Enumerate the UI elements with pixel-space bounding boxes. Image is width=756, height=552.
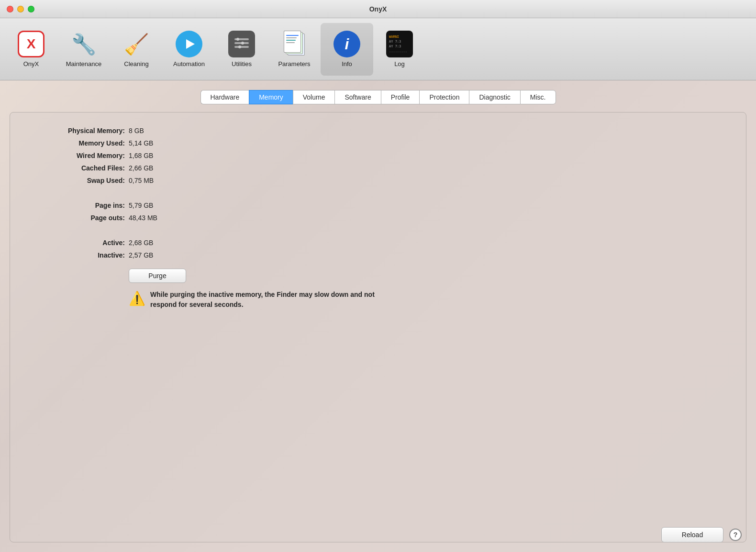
toolbar-item-maintenance[interactable]: 🔧 Maintenance xyxy=(57,23,110,76)
toolbar-label-automation: Automation xyxy=(173,60,205,68)
toolbar-label-utilities: Utilities xyxy=(232,60,252,68)
cleaning-icon: 🧹 xyxy=(123,31,150,57)
window-title: OnyX xyxy=(369,5,387,13)
tab-hardware[interactable]: Hardware xyxy=(200,90,249,104)
info-icon: i xyxy=(334,31,360,57)
parameters-icon xyxy=(281,31,308,57)
warning-icon: ⚠️ xyxy=(129,291,145,306)
page-ins-label: Page ins: xyxy=(29,202,125,209)
toolbar-label-info: Info xyxy=(342,60,352,68)
tab-diagnostic[interactable]: Diagnostic xyxy=(469,90,520,104)
page-ins-row: Page ins: 5,79 GB xyxy=(29,202,727,209)
bottom-bar: Reload ? xyxy=(661,527,742,542)
swap-used-label: Swap Used: xyxy=(29,177,125,184)
wired-memory-label: Wired Memory: xyxy=(29,152,125,159)
toolbar-label-parameters: Parameters xyxy=(278,60,310,68)
toolbar-item-automation[interactable]: Automation xyxy=(163,23,215,76)
toolbar-item-log[interactable]: WARNI AY 7:3 AY 7:3 ......... Log xyxy=(373,23,426,76)
svg-rect-3 xyxy=(234,46,249,48)
physical-memory-value: 8 GB xyxy=(129,127,144,135)
tab-software[interactable]: Software xyxy=(334,90,380,104)
content-panel: Physical Memory: 8 GB Memory Used: 5,14 … xyxy=(10,112,746,542)
close-button[interactable] xyxy=(7,6,13,12)
tab-misc[interactable]: Misc. xyxy=(520,90,556,104)
toolbar: X OnyX 🔧 Maintenance 🧹 Cleaning Automati… xyxy=(0,18,756,80)
toolbar-item-onyx[interactable]: X OnyX xyxy=(5,23,57,76)
page-outs-label: Page outs: xyxy=(29,214,125,222)
tabs-container: Hardware Memory Volume Software Profile … xyxy=(10,90,746,104)
cached-files-value: 2,66 GB xyxy=(129,164,153,172)
help-button[interactable]: ? xyxy=(729,529,742,541)
toolbar-item-cleaning[interactable]: 🧹 Cleaning xyxy=(110,23,163,76)
memory-used-label: Memory Used: xyxy=(29,139,125,147)
swap-used-value: 0,75 MB xyxy=(129,177,154,184)
page-ins-value: 5,79 GB xyxy=(129,202,153,209)
inactive-value: 2,57 GB xyxy=(129,251,153,259)
physical-memory-label: Physical Memory: xyxy=(29,127,125,135)
svg-marker-0 xyxy=(186,39,195,49)
onyx-icon: X xyxy=(18,31,44,57)
tab-profile[interactable]: Profile xyxy=(381,90,420,104)
utilities-icon xyxy=(228,31,255,57)
memory-used-value: 5,14 GB xyxy=(129,139,153,147)
active-label: Active: xyxy=(29,239,125,247)
minimize-button[interactable] xyxy=(17,6,24,12)
tab-memory[interactable]: Memory xyxy=(249,90,293,104)
tab-protection[interactable]: Protection xyxy=(419,90,469,104)
svg-point-6 xyxy=(238,45,241,48)
cached-files-row: Cached Files: 2,66 GB xyxy=(29,164,727,172)
swap-used-row: Swap Used: 0,75 MB xyxy=(29,177,727,184)
toolbar-item-utilities[interactable]: Utilities xyxy=(215,23,268,76)
wired-memory-value: 1,68 GB xyxy=(129,152,153,159)
maximize-button[interactable] xyxy=(28,6,34,12)
page-outs-value: 48,43 MB xyxy=(129,214,157,222)
reload-button[interactable]: Reload xyxy=(661,527,723,542)
purge-area: Purge ⚠️ While purging the inactive memo… xyxy=(129,269,727,310)
active-row: Active: 2,68 GB xyxy=(29,239,727,247)
log-icon: WARNI AY 7:3 AY 7:3 ......... xyxy=(386,31,413,57)
inactive-label: Inactive: xyxy=(29,251,125,259)
memory-used-row: Memory Used: 5,14 GB xyxy=(29,139,727,147)
svg-point-4 xyxy=(236,38,239,41)
toolbar-label-maintenance: Maintenance xyxy=(66,60,101,68)
toolbar-item-parameters[interactable]: Parameters xyxy=(268,23,321,76)
tab-volume[interactable]: Volume xyxy=(293,90,335,104)
warning-row: ⚠️ While purging the inactive memory, th… xyxy=(129,290,399,310)
wired-memory-row: Wired Memory: 1,68 GB xyxy=(29,152,727,159)
window-controls[interactable] xyxy=(7,6,34,12)
toolbar-label-log: Log xyxy=(394,60,405,68)
toolbar-label-onyx: OnyX xyxy=(23,60,39,68)
toolbar-label-cleaning: Cleaning xyxy=(124,60,148,68)
page-outs-row: Page outs: 48,43 MB xyxy=(29,214,727,222)
toolbar-item-info[interactable]: i Info xyxy=(321,23,373,76)
svg-point-5 xyxy=(241,42,244,45)
inactive-row: Inactive: 2,57 GB xyxy=(29,251,727,259)
title-bar: OnyX xyxy=(0,0,756,18)
main-content: Hardware Memory Volume Software Profile … xyxy=(0,80,756,552)
active-value: 2,68 GB xyxy=(129,239,153,247)
cached-files-label: Cached Files: xyxy=(29,164,125,172)
automation-icon xyxy=(176,31,202,57)
purge-button[interactable]: Purge xyxy=(129,269,186,283)
warning-text: While purging the inactive memory, the F… xyxy=(150,290,399,310)
physical-memory-row: Physical Memory: 8 GB xyxy=(29,127,727,135)
maintenance-icon: 🔧 xyxy=(70,31,97,57)
